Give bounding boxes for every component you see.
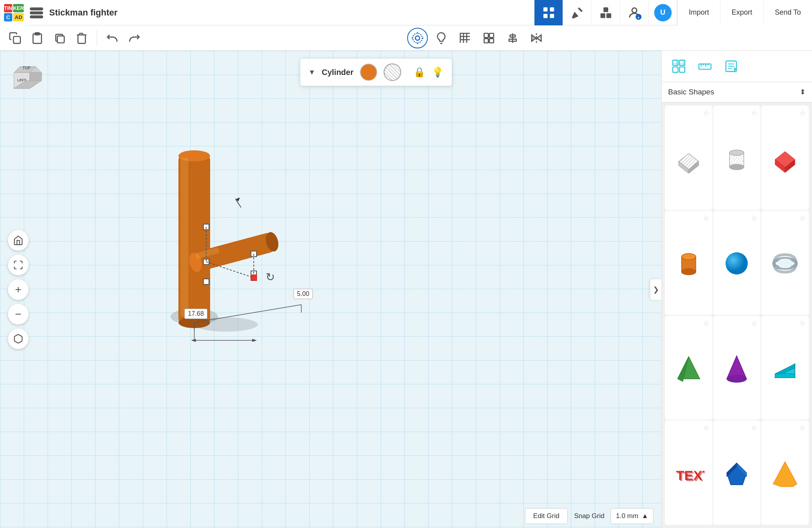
star-wedge-teal[interactable]: ☆ xyxy=(799,319,806,328)
svg-rect-1 xyxy=(31,12,42,13)
star-prism-blue[interactable]: ☆ xyxy=(751,424,757,432)
shape-card-sphere-blue[interactable]: ☆ xyxy=(713,211,761,315)
shapes-grid: ☆ ☆ xyxy=(662,102,812,528)
nav-avatar-button[interactable]: U xyxy=(648,0,677,25)
undo-button[interactable] xyxy=(102,28,123,48)
shape-card-box-red[interactable]: ☆ xyxy=(761,106,809,210)
svg-rect-9 xyxy=(603,7,608,12)
svg-point-18 xyxy=(415,36,419,40)
grid-button[interactable] xyxy=(455,28,475,48)
rotate-icon: ↻ xyxy=(266,271,275,283)
toolbar-center xyxy=(407,28,547,48)
svg-rect-17 xyxy=(57,36,64,42)
export-button[interactable]: Export xyxy=(720,0,763,25)
svg-rect-55 xyxy=(699,64,711,69)
copy-button[interactable] xyxy=(5,28,25,48)
paste-button[interactable] xyxy=(27,28,48,48)
sidebar-ruler-button[interactable] xyxy=(694,56,716,77)
view-toggle-button[interactable] xyxy=(407,28,428,48)
shape-card-pyramid-green[interactable]: ☆ xyxy=(665,316,712,420)
send-to-button[interactable]: Send To xyxy=(763,0,812,25)
lighting-button[interactable] xyxy=(431,28,452,48)
shape-visual-cone-purple xyxy=(719,350,755,386)
svg-rect-48 xyxy=(680,60,685,65)
shape-visual-pyramid-yellow xyxy=(767,455,803,491)
star-cylinder-gray[interactable]: ☆ xyxy=(751,109,757,117)
svg-marker-96 xyxy=(773,462,797,487)
right-collapse-button[interactable]: ❯ xyxy=(650,279,661,300)
nav-actions: Import Export Send To xyxy=(677,0,812,25)
shape-card-prism-blue[interactable]: ☆ xyxy=(713,420,761,525)
snap-grid-select[interactable]: 1.0 mm ▲ xyxy=(611,508,653,524)
snap-button[interactable] xyxy=(479,28,499,48)
star-pyramid-yellow[interactable]: ☆ xyxy=(799,424,806,432)
nav-grid-button[interactable] xyxy=(534,0,563,25)
star-torus[interactable]: ☆ xyxy=(799,214,806,223)
star-box-red[interactable]: ☆ xyxy=(799,109,806,117)
measure-line-d xyxy=(206,262,254,278)
sidebar-grid-view-button[interactable] xyxy=(668,56,689,77)
svg-rect-6 xyxy=(550,14,554,18)
svg-point-80 xyxy=(726,252,748,275)
svg-rect-25 xyxy=(489,33,494,38)
svg-point-78 xyxy=(682,253,696,260)
star-pyramid-green[interactable]: ☆ xyxy=(703,319,709,328)
svg-rect-4 xyxy=(550,7,554,12)
snap-grid-label: Snap Grid xyxy=(574,512,605,520)
nav-hammer-button[interactable] xyxy=(563,0,591,25)
vertical-cylinder xyxy=(178,150,210,328)
svg-point-73 xyxy=(730,164,744,170)
bottom-bar: Edit Grid Snap Grid 1.0 mm ▲ xyxy=(0,504,661,528)
shape-card-box-gray[interactable]: ☆ xyxy=(665,106,712,210)
shape-card-pyramid-yellow[interactable]: ☆ xyxy=(761,420,809,525)
shape-visual-pyramid-green xyxy=(671,350,707,386)
svg-rect-7 xyxy=(600,13,605,18)
svg-point-79 xyxy=(682,269,696,275)
shape-visual-wedge-teal xyxy=(767,350,803,386)
shape-card-torus[interactable]: ☆ xyxy=(761,211,809,315)
logo[interactable]: TIN KER C AD xyxy=(0,0,25,25)
shapes-dropdown-label: Basic Shapes xyxy=(668,88,800,96)
star-cylinder-orange[interactable]: ☆ xyxy=(703,214,709,223)
svg-point-72 xyxy=(730,150,744,156)
nav-profile-button[interactable]: + xyxy=(620,0,648,25)
shape-visual-sphere-blue xyxy=(719,245,755,280)
svg-rect-47 xyxy=(673,60,678,65)
shapes-dropdown[interactable]: Basic Shapes ⬍ xyxy=(662,82,812,102)
svg-rect-8 xyxy=(606,13,611,18)
import-button[interactable]: Import xyxy=(677,0,720,25)
project-title[interactable]: Stickman fighter xyxy=(48,8,534,18)
shape-visual-prism-blue xyxy=(719,455,755,491)
svg-rect-41 xyxy=(180,158,188,317)
sidebar-notes-button[interactable] xyxy=(720,56,742,77)
svg-point-19 xyxy=(413,33,422,43)
nav-blocks-button[interactable] xyxy=(591,0,620,25)
toolbar-divider1 xyxy=(97,30,97,46)
shape-visual-text: TEXT TEXT xyxy=(671,455,707,491)
svg-rect-24 xyxy=(484,33,488,38)
star-box-gray[interactable]: ☆ xyxy=(703,109,709,117)
mirror-button[interactable] xyxy=(526,28,547,48)
hamburger-button[interactable] xyxy=(29,5,44,21)
shape-card-cylinder-gray[interactable]: ☆ xyxy=(713,106,761,210)
duplicate-button[interactable] xyxy=(49,28,70,48)
svg-marker-89 xyxy=(775,374,795,378)
snap-grid-arrow-icon: ▲ xyxy=(642,512,648,520)
star-text[interactable]: ☆ xyxy=(703,424,709,432)
star-cone-purple[interactable]: ☆ xyxy=(751,319,757,328)
redo-button[interactable] xyxy=(124,28,145,48)
nav-right: + U xyxy=(534,0,677,25)
edit-grid-button[interactable]: Edit Grid xyxy=(525,508,568,524)
star-sphere-blue[interactable]: ☆ xyxy=(751,214,757,223)
svg-rect-13 xyxy=(13,36,20,43)
shape-card-wedge-teal[interactable]: ☆ xyxy=(761,316,809,420)
shape-card-cone-purple[interactable]: ☆ xyxy=(713,316,761,420)
svg-point-10 xyxy=(632,8,637,13)
shape-card-text[interactable]: ☆ TEXT TEXT xyxy=(665,420,712,525)
shape-visual-cylinder-gray xyxy=(719,140,755,175)
align-button[interactable] xyxy=(502,28,523,48)
shape-visual-box-red xyxy=(767,140,803,175)
shape-card-cylinder-orange[interactable]: ☆ xyxy=(665,211,712,315)
canvas-area[interactable]: TOP LEFT + − xyxy=(0,51,661,528)
delete-button[interactable] xyxy=(71,28,92,48)
